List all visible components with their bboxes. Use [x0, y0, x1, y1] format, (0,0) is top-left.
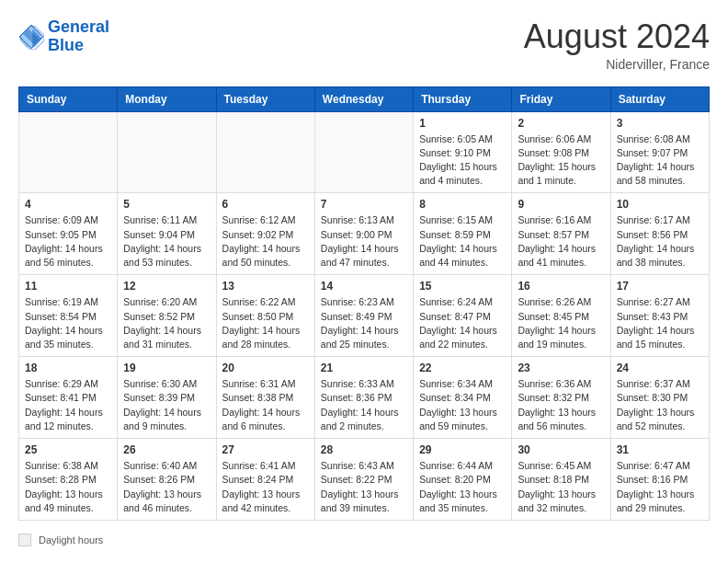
day-number: 19: [123, 362, 210, 374]
day-number: 10: [617, 198, 703, 211]
calendar-cell: 14Sunrise: 6:23 AM Sunset: 8:49 PM Dayli…: [314, 275, 413, 357]
day-number: 30: [518, 443, 604, 456]
day-info: Sunrise: 6:45 AM Sunset: 8:18 PM Dayligh…: [518, 459, 604, 515]
calendar-cell: [314, 111, 413, 193]
logo-general: General: [48, 17, 109, 36]
day-number: 23: [518, 362, 604, 374]
calendar-cell: [216, 111, 314, 193]
calendar-cell: 3Sunrise: 6:08 AM Sunset: 9:07 PM Daylig…: [610, 111, 709, 193]
calendar-header-row: SundayMondayTuesdayWednesdayThursdayFrid…: [19, 86, 710, 111]
day-info: Sunrise: 6:38 AM Sunset: 8:28 PM Dayligh…: [25, 459, 111, 515]
day-info: Sunrise: 6:41 AM Sunset: 8:24 PM Dayligh…: [222, 459, 309, 515]
day-info: Sunrise: 6:08 AM Sunset: 9:07 PM Dayligh…: [617, 132, 703, 189]
day-number: 20: [222, 362, 309, 374]
day-info: Sunrise: 6:27 AM Sunset: 8:43 PM Dayligh…: [617, 295, 703, 351]
location-subtitle: Niderviller, France: [524, 57, 710, 72]
calendar-dow-monday: Monday: [118, 86, 216, 111]
calendar-dow-thursday: Thursday: [414, 86, 512, 111]
day-number: 24: [617, 362, 703, 374]
day-number: 28: [321, 443, 407, 456]
calendar-dow-saturday: Saturday: [610, 86, 709, 111]
day-info: Sunrise: 6:20 AM Sunset: 8:52 PM Dayligh…: [123, 295, 210, 351]
calendar-cell: 16Sunrise: 6:26 AM Sunset: 8:45 PM Dayli…: [512, 275, 610, 357]
calendar-dow-wednesday: Wednesday: [314, 86, 413, 111]
calendar-cell: 28Sunrise: 6:43 AM Sunset: 8:22 PM Dayli…: [314, 439, 413, 521]
calendar-week-2: 4Sunrise: 6:09 AM Sunset: 9:05 PM Daylig…: [19, 193, 710, 275]
calendar-cell: 21Sunrise: 6:33 AM Sunset: 8:36 PM Dayli…: [314, 357, 413, 439]
day-number: 26: [123, 443, 210, 456]
day-info: Sunrise: 6:23 AM Sunset: 8:49 PM Dayligh…: [321, 295, 407, 351]
logo-blue: Blue: [48, 36, 84, 54]
day-info: Sunrise: 6:05 AM Sunset: 9:10 PM Dayligh…: [419, 132, 506, 189]
day-info: Sunrise: 6:11 AM Sunset: 9:04 PM Dayligh…: [123, 213, 210, 270]
calendar-cell: 7Sunrise: 6:13 AM Sunset: 9:00 PM Daylig…: [314, 193, 413, 275]
calendar-dow-tuesday: Tuesday: [216, 86, 314, 111]
calendar-cell: 30Sunrise: 6:45 AM Sunset: 8:18 PM Dayli…: [512, 439, 610, 521]
month-year-title: August 2024: [524, 18, 710, 55]
day-number: 14: [321, 280, 407, 293]
day-number: 8: [419, 198, 506, 211]
calendar-cell: 31Sunrise: 6:47 AM Sunset: 8:16 PM Dayli…: [610, 439, 709, 521]
day-number: 1: [419, 117, 506, 130]
day-number: 16: [518, 280, 604, 293]
day-number: 31: [617, 443, 703, 456]
day-number: 27: [222, 443, 309, 456]
calendar-cell: 2Sunrise: 6:06 AM Sunset: 9:08 PM Daylig…: [512, 111, 610, 193]
calendar-dow-sunday: Sunday: [19, 86, 118, 111]
day-info: Sunrise: 6:26 AM Sunset: 8:45 PM Dayligh…: [518, 295, 604, 351]
title-block: August 2024 Niderviller, France: [524, 18, 710, 72]
calendar-cell: 12Sunrise: 6:20 AM Sunset: 8:52 PM Dayli…: [118, 275, 216, 357]
day-info: Sunrise: 6:29 AM Sunset: 8:41 PM Dayligh…: [25, 377, 111, 433]
calendar-week-3: 11Sunrise: 6:19 AM Sunset: 8:54 PM Dayli…: [19, 275, 710, 357]
calendar-cell: 5Sunrise: 6:11 AM Sunset: 9:04 PM Daylig…: [118, 193, 216, 275]
day-info: Sunrise: 6:13 AM Sunset: 9:00 PM Dayligh…: [321, 213, 407, 270]
calendar-cell: 6Sunrise: 6:12 AM Sunset: 9:02 PM Daylig…: [216, 193, 314, 275]
calendar-cell: 8Sunrise: 6:15 AM Sunset: 8:59 PM Daylig…: [414, 193, 512, 275]
calendar-cell: 29Sunrise: 6:44 AM Sunset: 8:20 PM Dayli…: [414, 439, 512, 521]
calendar-cell: 1Sunrise: 6:05 AM Sunset: 9:10 PM Daylig…: [414, 111, 512, 193]
calendar-cell: 11Sunrise: 6:19 AM Sunset: 8:54 PM Dayli…: [19, 275, 118, 357]
calendar-table: SundayMondayTuesdayWednesdayThursdayFrid…: [18, 86, 710, 521]
day-info: Sunrise: 6:24 AM Sunset: 8:47 PM Dayligh…: [419, 295, 506, 351]
day-number: 15: [419, 280, 506, 293]
calendar-cell: 10Sunrise: 6:17 AM Sunset: 8:56 PM Dayli…: [610, 193, 709, 275]
day-info: Sunrise: 6:16 AM Sunset: 8:57 PM Dayligh…: [518, 213, 604, 270]
calendar-cell: 27Sunrise: 6:41 AM Sunset: 8:24 PM Dayli…: [216, 439, 314, 521]
day-info: Sunrise: 6:15 AM Sunset: 8:59 PM Dayligh…: [419, 213, 506, 270]
day-number: 13: [222, 280, 309, 293]
day-info: Sunrise: 6:22 AM Sunset: 8:50 PM Dayligh…: [222, 295, 309, 351]
day-number: 3: [617, 117, 703, 130]
day-number: 17: [617, 280, 703, 293]
day-info: Sunrise: 6:30 AM Sunset: 8:39 PM Dayligh…: [123, 377, 210, 433]
day-number: 12: [123, 280, 210, 293]
day-info: Sunrise: 6:19 AM Sunset: 8:54 PM Dayligh…: [25, 295, 111, 351]
day-number: 5: [123, 198, 210, 211]
logo-text: General Blue: [48, 18, 109, 55]
day-number: 22: [419, 362, 506, 374]
calendar-cell: 17Sunrise: 6:27 AM Sunset: 8:43 PM Dayli…: [610, 275, 709, 357]
day-number: 21: [321, 362, 407, 374]
day-info: Sunrise: 6:17 AM Sunset: 8:56 PM Dayligh…: [617, 213, 703, 270]
day-info: Sunrise: 6:33 AM Sunset: 8:36 PM Dayligh…: [321, 377, 407, 433]
daylight-label: Daylight hours: [39, 534, 103, 546]
day-info: Sunrise: 6:06 AM Sunset: 9:08 PM Dayligh…: [518, 132, 604, 189]
day-number: 7: [321, 198, 407, 211]
calendar-week-1: 1Sunrise: 6:05 AM Sunset: 9:10 PM Daylig…: [19, 111, 710, 193]
day-info: Sunrise: 6:31 AM Sunset: 8:38 PM Dayligh…: [222, 377, 309, 433]
day-number: 2: [518, 117, 604, 130]
general-blue-logo-icon: [18, 24, 44, 50]
day-info: Sunrise: 6:43 AM Sunset: 8:22 PM Dayligh…: [321, 459, 407, 515]
page-header: General Blue August 2024 Niderviller, Fr…: [18, 18, 710, 72]
day-number: 6: [222, 198, 309, 211]
day-info: Sunrise: 6:44 AM Sunset: 8:20 PM Dayligh…: [419, 459, 506, 515]
day-info: Sunrise: 6:09 AM Sunset: 9:05 PM Dayligh…: [25, 213, 111, 270]
day-number: 4: [25, 198, 111, 211]
day-number: 18: [25, 362, 111, 374]
calendar-cell: 26Sunrise: 6:40 AM Sunset: 8:26 PM Dayli…: [118, 439, 216, 521]
calendar-cell: 19Sunrise: 6:30 AM Sunset: 8:39 PM Dayli…: [118, 357, 216, 439]
calendar-dow-friday: Friday: [512, 86, 610, 111]
calendar-week-5: 25Sunrise: 6:38 AM Sunset: 8:28 PM Dayli…: [19, 439, 710, 521]
day-info: Sunrise: 6:34 AM Sunset: 8:34 PM Dayligh…: [419, 377, 506, 433]
calendar-cell: 4Sunrise: 6:09 AM Sunset: 9:05 PM Daylig…: [19, 193, 118, 275]
day-info: Sunrise: 6:36 AM Sunset: 8:32 PM Dayligh…: [518, 377, 604, 433]
